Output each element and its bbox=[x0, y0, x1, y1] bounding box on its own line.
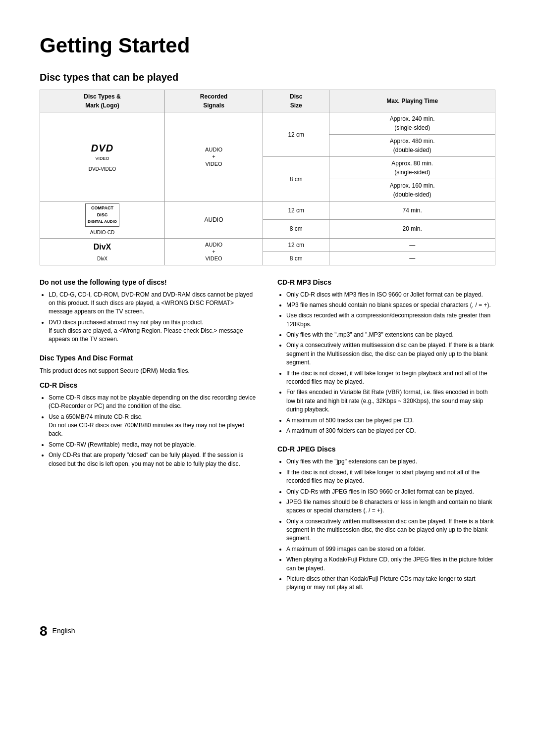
dvd-12cm-single: Approx. 240 min.(single-sided) bbox=[329, 112, 495, 135]
list-item: MP3 file names should contain no blank s… bbox=[286, 301, 495, 309]
cd-r-discs-heading: CD-R Discs bbox=[40, 380, 258, 391]
cd-r-mp3-heading: CD-R MP3 Discs bbox=[277, 277, 495, 288]
disc-types-format-intro: This product does not support Secure (DR… bbox=[40, 366, 258, 375]
col-disc-size: DiscSize bbox=[263, 90, 329, 112]
col-max-playing-time: Max. Playing Time bbox=[329, 90, 495, 112]
audio-cd-12cm: 12 cm bbox=[263, 202, 329, 220]
language-label: English bbox=[53, 626, 75, 636]
right-column: CD-R MP3 Discs Only CD-R discs with MP3 … bbox=[277, 277, 495, 601]
cd-r-jpeg-list: Only files with the "jpg" extensions can… bbox=[277, 457, 495, 592]
divx-signals: AUDIO+VIDEO bbox=[164, 238, 263, 265]
list-item: If the disc is not closed, it will take … bbox=[286, 369, 495, 387]
divx-logo-cell: DivX DivX bbox=[40, 238, 165, 265]
dvd-12cm: 12 cm bbox=[263, 112, 329, 157]
list-item: When playing a Kodak/Fuji Picture CD, on… bbox=[286, 555, 495, 573]
list-item: Only a consecutively written multisessio… bbox=[286, 341, 495, 367]
list-item: Use discs recorded with a compression/de… bbox=[286, 311, 495, 329]
list-item: Only a consecutively written multisessio… bbox=[286, 517, 495, 543]
list-item: A maximum of 500 tracks can be played pe… bbox=[286, 416, 495, 425]
list-item: A maximum of 300 folders can be played p… bbox=[286, 427, 495, 435]
cd-r-mp3-list: Only CD-R discs with MP3 files in ISO 96… bbox=[277, 291, 495, 436]
col-disc-types: Disc Types &Mark (Logo) bbox=[40, 90, 165, 112]
disc-types-heading: Disc types that can be played bbox=[40, 70, 495, 85]
audio-cd-logo-cell: COMPACTDISCDIGITAL AUDIO AUDIO-CD bbox=[40, 202, 165, 239]
dvd-logo-sub: VIDEO bbox=[44, 155, 161, 162]
disc-types-format-section: Disc Types And Disc Format This product … bbox=[40, 353, 258, 468]
dvd-logo: DVD bbox=[44, 141, 161, 155]
list-item: Picture discs other than Kodak/Fuji Pict… bbox=[286, 575, 495, 592]
dvd-8cm-double: Approx. 160 min.(double-sided) bbox=[329, 179, 495, 202]
cd-r-jpeg-heading: CD-R JPEG Discs bbox=[277, 444, 495, 454]
audio-cd-12cm-time: 74 min. bbox=[329, 202, 495, 220]
col-recorded-signals: RecordedSignals bbox=[164, 90, 263, 112]
audio-cd-8cm: 8 cm bbox=[263, 220, 329, 238]
list-item: DVD discs purchased abroad may not play … bbox=[49, 318, 258, 344]
audio-cd-label: AUDIO-CD bbox=[44, 229, 161, 236]
disc-types-table: Disc Types &Mark (Logo) RecordedSignals … bbox=[40, 90, 495, 265]
list-item: JPEG file names should be 8 characters o… bbox=[286, 498, 495, 515]
list-item: Some CD-R discs may not be playable depe… bbox=[49, 394, 258, 411]
dvd-12cm-double: Approx. 480 min.(double-sided) bbox=[329, 135, 495, 157]
list-item: Only CD-R discs with MP3 files in ISO 96… bbox=[286, 291, 495, 299]
page-footer: 8 English bbox=[40, 621, 495, 642]
do-not-use-list: LD, CD-G, CD-I, CD-ROM, DVD-ROM and DVD-… bbox=[40, 291, 258, 344]
left-column: Do not use the following type of discs! … bbox=[40, 277, 258, 601]
list-item: Only CD-Rs with JPEG files in ISO 9660 o… bbox=[286, 488, 495, 496]
dvd-signals: AUDIO+VIDEO bbox=[164, 112, 263, 202]
do-not-use-section: Do not use the following type of discs! … bbox=[40, 277, 258, 344]
cd-r-jpeg-section: CD-R JPEG Discs Only files with the "jpg… bbox=[277, 444, 495, 592]
list-item: Use a 650MB/74 minute CD-R disc.Do not u… bbox=[49, 413, 258, 439]
list-item: Only files with the ".mp3" and ".MP3" ex… bbox=[286, 331, 495, 339]
list-item: LD, CD-G, CD-I, CD-ROM, DVD-ROM and DVD-… bbox=[49, 291, 258, 316]
audio-cd-logo: COMPACTDISCDIGITAL AUDIO bbox=[85, 203, 119, 227]
cd-r-discs-section: CD-R Discs Some CD-R discs may not be pl… bbox=[40, 380, 258, 468]
divx-12cm-time: — bbox=[329, 238, 495, 252]
list-item: A maximum of 999 images can be stored on… bbox=[286, 545, 495, 554]
list-item: If the disc is not closed, it will take … bbox=[286, 468, 495, 486]
do-not-use-heading: Do not use the following type of discs! bbox=[40, 277, 258, 288]
list-item: For files encoded in Variable Bit Rate (… bbox=[286, 388, 495, 414]
divx-12cm: 12 cm bbox=[263, 238, 329, 252]
list-item: Some CD-RW (Rewritable) media, may not b… bbox=[49, 441, 258, 449]
audio-cd-signals: AUDIO bbox=[164, 202, 263, 239]
dvd-video-logo-cell: DVD VIDEO DVD-VIDEO bbox=[40, 112, 165, 202]
divx-label: DivX bbox=[44, 255, 161, 262]
dvd-video-label: DVD-VIDEO bbox=[44, 165, 161, 173]
divx-logo: DivX bbox=[44, 241, 161, 253]
list-item: Only files with the "jpg" extensions can… bbox=[286, 457, 495, 466]
page-number: 8 bbox=[40, 621, 48, 642]
audio-cd-8cm-time: 20 min. bbox=[329, 220, 495, 238]
cd-r-discs-list: Some CD-R discs may not be playable depe… bbox=[40, 394, 258, 468]
divx-8cm-time: — bbox=[329, 252, 495, 265]
dvd-8cm-single: Approx. 80 min.(single-sided) bbox=[329, 157, 495, 179]
disc-types-format-heading: Disc Types And Disc Format bbox=[40, 353, 258, 363]
list-item: Only CD-Rs that are properly "closed" ca… bbox=[49, 451, 258, 468]
page-title: Getting Started bbox=[40, 30, 495, 61]
divx-8cm: 8 cm bbox=[263, 252, 329, 265]
dvd-8cm: 8 cm bbox=[263, 157, 329, 202]
cd-r-mp3-section: CD-R MP3 Discs Only CD-R discs with MP3 … bbox=[277, 277, 495, 436]
